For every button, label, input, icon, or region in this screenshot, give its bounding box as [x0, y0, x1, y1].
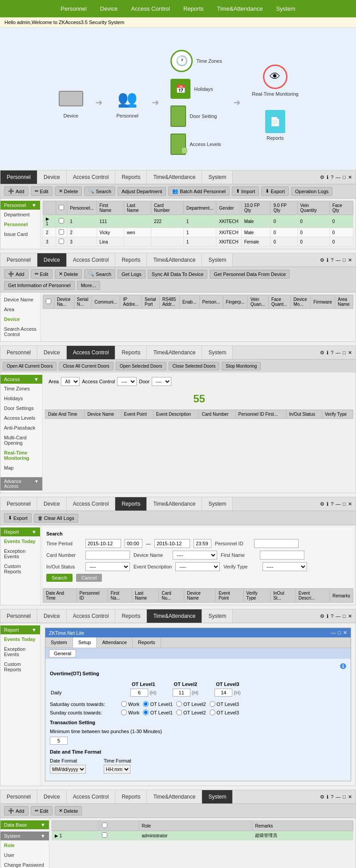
info-icon[interactable]: ℹ	[327, 794, 328, 800]
sync-all-button[interactable]: Sync All Data To Device	[148, 270, 208, 279]
sidebar-item-anti-passback[interactable]: Anti-Passback	[0, 423, 42, 433]
ta-tab-system[interactable]: System	[45, 637, 73, 648]
maximize-icon[interactable]: □	[343, 794, 346, 799]
device-nav-personnel[interactable]: Personnel	[0, 253, 37, 267]
sidebar-expand-icon[interactable]: ▼	[32, 627, 36, 633]
search-submit-button[interactable]: Search	[46, 574, 73, 582]
sidebar-item-user[interactable]: User	[0, 850, 49, 860]
ta-nav-system[interactable]: System	[202, 609, 233, 623]
ta-info-icon[interactable]: ℹ	[340, 663, 346, 669]
settings-icon[interactable]: ⚙	[320, 350, 324, 356]
date-from-input[interactable]	[85, 539, 121, 548]
area-select[interactable]: All	[61, 377, 80, 386]
time-to-input[interactable]	[194, 539, 211, 548]
minimize-icon[interactable]: —	[336, 794, 340, 799]
personnel-id-input[interactable]	[254, 539, 299, 548]
ta-nav-ta[interactable]: Time&Attendance	[147, 609, 202, 623]
door-select[interactable]: ----	[152, 377, 171, 386]
maximize-icon[interactable]: □	[343, 501, 346, 507]
more-button[interactable]: More...	[77, 281, 100, 290]
info-icon[interactable]: ℹ	[327, 613, 328, 619]
ta-nav-personnel[interactable]: Personnel	[0, 609, 37, 623]
device-search-button[interactable]: 🔍 Search	[84, 269, 115, 279]
import-button[interactable]: ⬆ Import	[232, 187, 259, 196]
ac-select[interactable]: ----	[117, 377, 137, 386]
ta-tab-attendance[interactable]: Attendance	[97, 637, 133, 648]
close-icon[interactable]: ✕	[348, 794, 352, 800]
open-selected-doors-button[interactable]: Open Selected Doors	[116, 362, 166, 370]
row-checkbox[interactable]	[59, 229, 64, 235]
sidebar-expand-icon[interactable]: ▼	[32, 529, 36, 535]
batch-add-button[interactable]: 👥 Batch Add Personnel	[168, 187, 230, 196]
ta-nav-access[interactable]: Access Control	[67, 609, 116, 623]
sidebar-expand-icon[interactable]: ▼	[34, 479, 39, 489]
info-icon[interactable]: ℹ	[327, 174, 328, 180]
ta-tab-reports[interactable]: Reports	[133, 637, 161, 648]
nav-personnel[interactable]: Personnel	[61, 5, 87, 12]
search-button[interactable]: 🔍 Search	[84, 187, 115, 196]
event-desc-select[interactable]: ----	[175, 562, 220, 571]
system-nav-access[interactable]: Access Control	[67, 790, 116, 803]
maximize-icon[interactable]: □	[343, 257, 346, 263]
system-nav-personnel[interactable]: Personnel	[0, 790, 37, 803]
date-format-select[interactable]: MM/dd/yyyy	[50, 765, 86, 774]
nav-access-control[interactable]: Access Control	[131, 5, 170, 12]
minimize-icon[interactable]: —	[336, 613, 340, 619]
row-checkbox[interactable]	[102, 832, 107, 838]
personnel-nav-system[interactable]: System	[202, 170, 233, 184]
sidebar-expand-icon[interactable]: ▼	[34, 377, 39, 382]
personnel-nav-access[interactable]: Access Control	[67, 170, 116, 184]
sidebar-item-personnel[interactable]: Personnel	[0, 219, 40, 229]
device-delete-button[interactable]: ✕ Delete	[55, 269, 82, 279]
ta-nav-device[interactable]: Device	[37, 609, 67, 623]
sidebar-item-issue-card[interactable]: Issue Card	[0, 229, 40, 239]
inout-status-select[interactable]: ----	[85, 562, 130, 571]
device-edit-button[interactable]: ✏ Edit	[31, 269, 53, 279]
help-icon[interactable]: ?	[331, 257, 333, 263]
minimize-icon[interactable]: —	[336, 501, 340, 507]
help-icon[interactable]: ?	[331, 501, 333, 507]
sidebar-item-department[interactable]: Department	[0, 210, 40, 219]
get-personnel-button[interactable]: Get Personnel Data From Device	[210, 270, 290, 279]
stop-monitoring-button[interactable]: Stop Monitoring	[222, 362, 261, 370]
close-selected-doors-button[interactable]: Close Selected Doors	[169, 362, 220, 370]
system-nav-device[interactable]: Device	[37, 790, 67, 803]
close-icon[interactable]: ✕	[348, 174, 352, 180]
sidebar-item-multi-card[interactable]: Multi-Card Opening	[0, 433, 42, 448]
settings-icon[interactable]: ⚙	[320, 613, 324, 619]
ac-nav-ta[interactable]: Time&Attendance	[147, 346, 202, 359]
maximize-icon[interactable]: □	[343, 174, 346, 180]
sat-ot2-radio[interactable]	[176, 701, 182, 707]
card-number-input[interactable]	[85, 551, 130, 560]
daily-l1-input[interactable]	[130, 689, 148, 697]
system-nav-system[interactable]: System	[202, 790, 233, 803]
sun-ot1-radio[interactable]	[143, 710, 149, 715]
ta-subtab-general[interactable]: General	[49, 649, 76, 657]
ta-minimize-icon[interactable]: —	[331, 630, 336, 636]
sidebar-item-role[interactable]: Role	[0, 840, 49, 850]
close-icon[interactable]: ✕	[348, 350, 352, 356]
sidebar-item-ta-custom[interactable]: Custom Reports	[0, 659, 40, 674]
device-nav-access[interactable]: Access Control	[67, 253, 116, 267]
info-icon[interactable]: ℹ	[327, 501, 328, 507]
system-delete-button[interactable]: ✕ Delete	[55, 806, 82, 815]
device-nav-device[interactable]: Device	[37, 253, 67, 267]
minimize-icon[interactable]: —	[336, 174, 340, 180]
minimize-icon[interactable]: —	[336, 350, 340, 355]
ac-nav-reports[interactable]: Reports	[115, 346, 147, 359]
delete-button[interactable]: ✕ Delete	[55, 187, 82, 196]
adjust-dept-button[interactable]: Adjust Department	[117, 187, 166, 196]
sidebar-item-change-pwd[interactable]: Change Password	[0, 860, 49, 868]
system-add-button[interactable]: ➕ Add	[4, 806, 28, 815]
ac-nav-access[interactable]: Access Control	[67, 346, 116, 359]
open-all-doors-button[interactable]: Open All Current Doors	[3, 362, 57, 370]
help-icon[interactable]: ?	[331, 794, 333, 799]
close-icon[interactable]: ✕	[348, 501, 352, 507]
sidebar-item-timezones[interactable]: Time Zones	[0, 384, 42, 393]
nav-reports[interactable]: Reports	[183, 5, 204, 12]
nav-device[interactable]: Device	[100, 5, 118, 12]
device-nav-ta[interactable]: Time&Attendance	[147, 253, 202, 267]
personnel-nav-reports[interactable]: Reports	[115, 170, 147, 184]
personnel-nav-device[interactable]: Device	[37, 170, 67, 184]
settings-icon[interactable]: ⚙	[320, 174, 324, 180]
